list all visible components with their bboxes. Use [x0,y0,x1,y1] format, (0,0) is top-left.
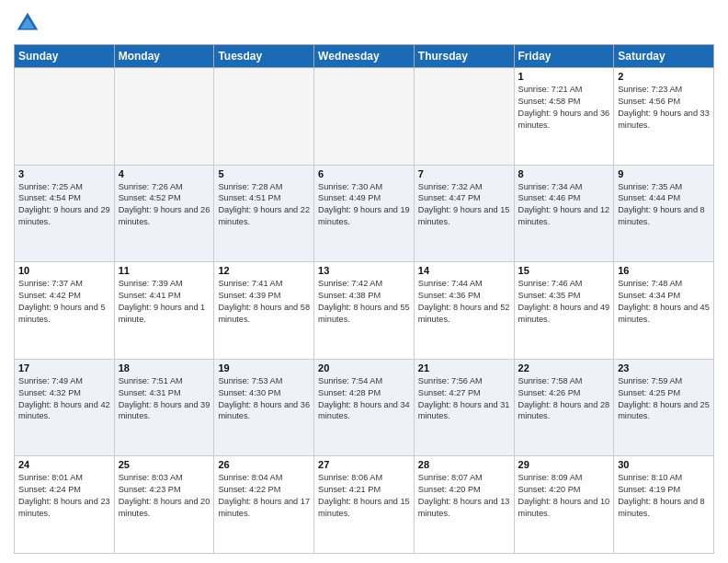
calendar-cell: 28Sunrise: 8:07 AMSunset: 4:20 PMDayligh… [414,456,514,554]
day-number: 23 [618,362,710,373]
calendar-cell: 22Sunrise: 7:58 AMSunset: 4:26 PMDayligh… [514,359,614,456]
week-row-1: 1Sunrise: 7:21 AMSunset: 4:58 PMDaylight… [15,68,714,166]
calendar-cell: 26Sunrise: 8:04 AMSunset: 4:22 PMDayligh… [214,456,314,554]
day-number: 12 [218,265,310,276]
day-info: Sunrise: 7:51 AMSunset: 4:31 PMDaylight:… [119,375,210,423]
day-number: 28 [418,459,510,470]
calendar-cell: 23Sunrise: 7:59 AMSunset: 4:25 PMDayligh… [614,359,714,456]
calendar-cell: 24Sunrise: 8:01 AMSunset: 4:24 PMDayligh… [15,456,115,554]
calendar-cell [114,68,214,166]
calendar-cell: 27Sunrise: 8:06 AMSunset: 4:21 PMDayligh… [314,456,415,554]
weekday-header-saturday: Saturday [614,45,714,68]
logo [14,9,45,37]
day-info: Sunrise: 7:58 AMSunset: 4:26 PMDaylight:… [518,375,610,423]
day-info: Sunrise: 8:10 AMSunset: 4:19 PMDaylight:… [618,472,710,520]
calendar-cell: 19Sunrise: 7:53 AMSunset: 4:30 PMDayligh… [214,359,314,456]
day-number: 18 [119,362,210,373]
calendar-cell: 29Sunrise: 8:09 AMSunset: 4:20 PMDayligh… [514,456,614,554]
logo-icon [14,9,41,37]
calendar-cell [15,68,115,166]
calendar-cell: 7Sunrise: 7:32 AMSunset: 4:47 PMDaylight… [414,165,514,262]
day-number: 30 [618,459,710,470]
day-info: Sunrise: 7:48 AMSunset: 4:34 PMDaylight:… [618,278,710,326]
day-number: 25 [119,459,210,470]
calendar-cell: 11Sunrise: 7:39 AMSunset: 4:41 PMDayligh… [114,262,214,360]
day-info: Sunrise: 7:32 AMSunset: 4:47 PMDaylight:… [418,181,510,229]
calendar-cell: 3Sunrise: 7:25 AMSunset: 4:54 PMDaylight… [15,165,115,262]
calendar-cell: 16Sunrise: 7:48 AMSunset: 4:34 PMDayligh… [614,262,714,360]
day-info: Sunrise: 7:21 AMSunset: 4:58 PMDaylight:… [518,84,610,132]
week-row-5: 24Sunrise: 8:01 AMSunset: 4:24 PMDayligh… [15,456,714,554]
day-info: Sunrise: 8:03 AMSunset: 4:23 PMDaylight:… [119,472,210,520]
day-info: Sunrise: 7:30 AMSunset: 4:49 PMDaylight:… [318,181,410,229]
weekday-header-tuesday: Tuesday [214,45,314,68]
day-info: Sunrise: 7:35 AMSunset: 4:44 PMDaylight:… [618,181,710,229]
calendar-cell: 25Sunrise: 8:03 AMSunset: 4:23 PMDayligh… [114,456,214,554]
calendar-cell: 6Sunrise: 7:30 AMSunset: 4:49 PMDaylight… [314,165,415,262]
day-number: 10 [18,265,110,276]
day-info: Sunrise: 8:07 AMSunset: 4:20 PMDaylight:… [418,472,510,520]
calendar-cell: 1Sunrise: 7:21 AMSunset: 4:58 PMDaylight… [514,68,614,166]
calendar-cell: 4Sunrise: 7:26 AMSunset: 4:52 PMDaylight… [114,165,214,262]
day-number: 4 [119,168,210,179]
day-info: Sunrise: 7:41 AMSunset: 4:39 PMDaylight:… [218,278,310,326]
day-number: 27 [318,459,410,470]
calendar-cell [214,68,314,166]
day-number: 3 [18,168,110,179]
calendar-cell: 14Sunrise: 7:44 AMSunset: 4:36 PMDayligh… [414,262,514,360]
day-info: Sunrise: 8:04 AMSunset: 4:22 PMDaylight:… [218,472,310,520]
day-info: Sunrise: 7:37 AMSunset: 4:42 PMDaylight:… [18,278,110,326]
day-info: Sunrise: 8:09 AMSunset: 4:20 PMDaylight:… [518,472,610,520]
day-info: Sunrise: 7:46 AMSunset: 4:35 PMDaylight:… [518,278,610,326]
calendar-cell: 17Sunrise: 7:49 AMSunset: 4:32 PMDayligh… [15,359,115,456]
calendar-cell: 2Sunrise: 7:23 AMSunset: 4:56 PMDaylight… [614,68,714,166]
calendar-cell: 10Sunrise: 7:37 AMSunset: 4:42 PMDayligh… [15,262,115,360]
day-number: 13 [318,265,410,276]
day-info: Sunrise: 7:54 AMSunset: 4:28 PMDaylight:… [318,375,410,423]
day-info: Sunrise: 8:06 AMSunset: 4:21 PMDaylight:… [318,472,410,520]
weekday-header-friday: Friday [514,45,614,68]
day-info: Sunrise: 7:39 AMSunset: 4:41 PMDaylight:… [119,278,210,326]
calendar-cell: 9Sunrise: 7:35 AMSunset: 4:44 PMDaylight… [614,165,714,262]
day-info: Sunrise: 7:44 AMSunset: 4:36 PMDaylight:… [418,278,510,326]
day-number: 7 [418,168,510,179]
header [14,9,714,37]
day-number: 8 [518,168,610,179]
day-number: 2 [618,71,710,82]
weekday-header-row: SundayMondayTuesdayWednesdayThursdayFrid… [15,45,714,68]
day-info: Sunrise: 7:26 AMSunset: 4:52 PMDaylight:… [119,181,210,229]
day-number: 29 [518,459,610,470]
calendar-table: SundayMondayTuesdayWednesdayThursdayFrid… [14,44,714,554]
day-number: 6 [318,168,410,179]
day-info: Sunrise: 7:56 AMSunset: 4:27 PMDaylight:… [418,375,510,423]
calendar-cell [314,68,415,166]
day-info: Sunrise: 7:42 AMSunset: 4:38 PMDaylight:… [318,278,410,326]
page: SundayMondayTuesdayWednesdayThursdayFrid… [0,0,728,563]
day-number: 5 [218,168,310,179]
day-number: 16 [618,265,710,276]
calendar-cell: 21Sunrise: 7:56 AMSunset: 4:27 PMDayligh… [414,359,514,456]
day-info: Sunrise: 7:59 AMSunset: 4:25 PMDaylight:… [618,375,710,423]
calendar-cell: 20Sunrise: 7:54 AMSunset: 4:28 PMDayligh… [314,359,415,456]
calendar-cell: 12Sunrise: 7:41 AMSunset: 4:39 PMDayligh… [214,262,314,360]
day-number: 22 [518,362,610,373]
day-number: 9 [618,168,710,179]
calendar-cell [414,68,514,166]
calendar-cell: 15Sunrise: 7:46 AMSunset: 4:35 PMDayligh… [514,262,614,360]
day-number: 14 [418,265,510,276]
calendar-cell: 18Sunrise: 7:51 AMSunset: 4:31 PMDayligh… [114,359,214,456]
day-number: 21 [418,362,510,373]
day-info: Sunrise: 8:01 AMSunset: 4:24 PMDaylight:… [18,472,110,520]
day-number: 15 [518,265,610,276]
weekday-header-wednesday: Wednesday [314,45,415,68]
day-info: Sunrise: 7:25 AMSunset: 4:54 PMDaylight:… [18,181,110,229]
day-number: 17 [18,362,110,373]
week-row-3: 10Sunrise: 7:37 AMSunset: 4:42 PMDayligh… [15,262,714,360]
day-number: 11 [119,265,210,276]
day-info: Sunrise: 7:49 AMSunset: 4:32 PMDaylight:… [18,375,110,423]
calendar-cell: 13Sunrise: 7:42 AMSunset: 4:38 PMDayligh… [314,262,415,360]
week-row-2: 3Sunrise: 7:25 AMSunset: 4:54 PMDaylight… [15,165,714,262]
weekday-header-monday: Monday [114,45,214,68]
day-info: Sunrise: 7:23 AMSunset: 4:56 PMDaylight:… [618,84,710,132]
calendar-cell: 5Sunrise: 7:28 AMSunset: 4:51 PMDaylight… [214,165,314,262]
